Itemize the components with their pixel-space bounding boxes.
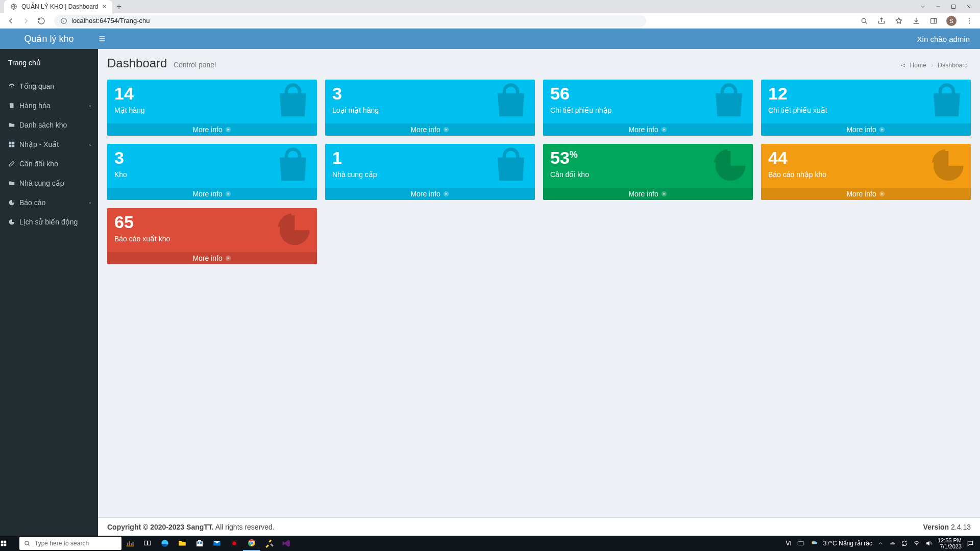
sidebar-item-5[interactable]: Nhà cung cấp <box>0 173 98 193</box>
sidebar-item-6[interactable]: Báo cáo‹ <box>0 193 98 212</box>
url-text: localhost:64754/Trang-chu <box>71 17 150 24</box>
svg-point-29 <box>25 541 29 545</box>
window-maximize-icon[interactable] <box>950 4 957 10</box>
kebab-icon[interactable] <box>965 16 974 26</box>
start-button[interactable] <box>0 540 19 547</box>
more-info-link[interactable]: More info <box>107 188 317 200</box>
volume-icon[interactable] <box>925 540 933 547</box>
stat-card-6: 53%Cân đối khoMore info <box>543 144 753 200</box>
task-view-icon[interactable] <box>139 536 156 551</box>
taskbar-lang[interactable]: VI <box>786 540 791 547</box>
breadcrumb-home[interactable]: Home <box>910 62 926 69</box>
sidebar-item-7[interactable]: Lịch sử biến động <box>0 212 98 232</box>
more-info-link[interactable]: More info <box>325 123 535 136</box>
taskbar-search[interactable]: Type here to search <box>19 537 121 550</box>
pie-icon <box>8 218 19 226</box>
sidebar-item-label: Hàng hóa <box>19 102 51 110</box>
svg-point-13 <box>901 65 902 66</box>
stat-card-2: 56Chi tiết phiếu nhậpMore info <box>543 80 753 136</box>
breadcrumb: Home › Dashboard <box>900 62 968 69</box>
more-info-link[interactable]: More info <box>543 123 753 136</box>
sidebar: Trang chủ Tổng quanHàng hóa‹Danh sách kh… <box>0 49 98 536</box>
greeting-text: Xin chào admin <box>917 35 980 43</box>
svg-rect-34 <box>198 542 200 544</box>
window-close-icon[interactable] <box>966 4 972 10</box>
task-chrome-icon[interactable] <box>243 536 260 551</box>
notifications-icon[interactable] <box>967 540 974 547</box>
footer-copyright: Copyright © 2020-2023 SangTT. <box>107 523 214 531</box>
stat-card-7: 44Báo cáo nhập khoMore info <box>761 144 971 200</box>
address-bar[interactable]: localhost:64754/Trang-chu <box>54 15 646 27</box>
wifi-icon[interactable] <box>913 540 920 547</box>
share-icon[interactable] <box>877 16 886 26</box>
task-vs-icon[interactable] <box>278 536 295 551</box>
new-tab-button[interactable]: + <box>112 2 126 11</box>
pie-icon <box>927 146 967 186</box>
footer: Copyright © 2020-2023 SangTT. All rights… <box>98 517 980 536</box>
app-topbar: Quản lý kho Xin chào admin <box>0 29 980 49</box>
more-info-link[interactable]: More info <box>543 188 753 200</box>
taskbar-weather[interactable]: 37°C Nắng rải rác <box>823 540 872 547</box>
chevron-left-icon: ‹ <box>89 103 91 109</box>
sidepanel-icon[interactable] <box>929 16 938 26</box>
sidebar-item-label: Lịch sử biến động <box>19 218 78 226</box>
more-info-link[interactable]: More info <box>761 123 971 136</box>
task-garena-icon[interactable] <box>226 536 243 551</box>
back-icon[interactable] <box>6 16 15 26</box>
window-minimize-icon[interactable] <box>935 4 941 10</box>
bag-icon <box>491 146 531 186</box>
sidebar-item-4[interactable]: Cân đối kho <box>0 154 98 173</box>
bag-icon <box>273 146 313 186</box>
svg-rect-27 <box>1 544 4 546</box>
download-icon[interactable] <box>912 16 921 26</box>
sidebar-toggle[interactable] <box>98 35 118 43</box>
task-tools-icon[interactable] <box>260 536 278 551</box>
sidebar-item-3[interactable]: Nhập - Xuất‹ <box>0 135 98 154</box>
svg-point-7 <box>969 22 970 23</box>
keyboard-icon[interactable] <box>797 540 805 547</box>
pie-icon <box>273 210 313 250</box>
task-store-icon[interactable] <box>191 536 208 551</box>
stat-card-3: 12Chi tiết phiếu xuấtMore info <box>761 80 971 136</box>
browser-tab[interactable]: QUẢN LÝ KHO | Dashboard × <box>4 0 112 13</box>
card-grid: 14Mặt hàngMore info 3Loại mặt hàngMore i… <box>98 76 980 277</box>
more-info-link[interactable]: More info <box>761 188 971 200</box>
more-info-link[interactable]: More info <box>107 252 317 264</box>
zoom-icon[interactable] <box>860 16 869 26</box>
onedrive-icon[interactable] <box>889 540 896 547</box>
svg-rect-9 <box>9 142 12 144</box>
sidebar-item-1[interactable]: Hàng hóa‹ <box>0 96 98 115</box>
footer-version-label: Version <box>923 523 949 531</box>
svg-point-15 <box>903 66 905 67</box>
chevron-up-icon[interactable] <box>877 540 884 546</box>
sync-icon[interactable] <box>901 540 908 547</box>
pie-icon <box>8 199 19 206</box>
sidebar-home[interactable]: Trang chủ <box>0 53 98 72</box>
browser-toolbar: localhost:64754/Trang-chu S <box>0 13 980 29</box>
more-info-link[interactable]: More info <box>107 123 317 136</box>
tab-close-icon[interactable]: × <box>103 3 107 10</box>
task-mail-icon[interactable] <box>208 536 226 551</box>
chevron-left-icon: ‹ <box>89 142 91 147</box>
svg-rect-33 <box>197 541 203 546</box>
task-skyline-icon[interactable] <box>121 536 139 551</box>
task-explorer-icon[interactable] <box>174 536 191 551</box>
chevron-down-icon[interactable] <box>920 4 926 10</box>
profile-avatar[interactable]: S <box>946 16 957 26</box>
taskbar-clock[interactable]: 12:55 PM 7/1/2023 <box>938 537 962 549</box>
app-brand[interactable]: Quản lý kho <box>0 33 98 44</box>
task-edge-icon[interactable] <box>156 536 174 551</box>
forward-icon[interactable] <box>21 16 31 26</box>
reload-icon[interactable] <box>37 16 46 26</box>
sidebar-item-label: Cân đối kho <box>19 160 58 168</box>
star-icon[interactable] <box>894 16 903 26</box>
footer-rights: All rights reserved. <box>214 523 275 531</box>
sidebar-item-0[interactable]: Tổng quan <box>0 77 98 96</box>
sidebar-item-2[interactable]: Danh sách kho <box>0 115 98 135</box>
stat-card-1: 3Loại mặt hàngMore info <box>325 80 535 136</box>
svg-rect-4 <box>931 18 937 23</box>
stat-card-4: 3KhoMore info <box>107 144 317 200</box>
more-info-link[interactable]: More info <box>325 188 535 200</box>
svg-point-38 <box>232 541 236 545</box>
bag-icon <box>709 82 749 121</box>
